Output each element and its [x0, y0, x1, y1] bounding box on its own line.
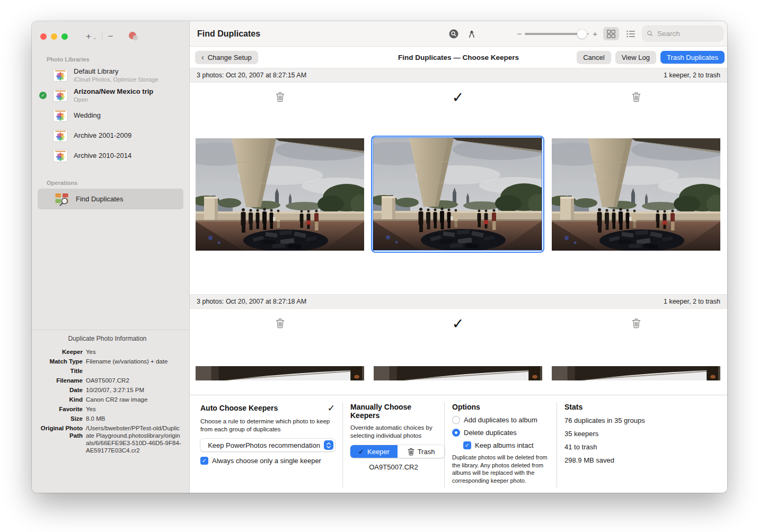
view-log-button[interactable]: View Log: [615, 51, 656, 64]
find-duplicates-operation-icon: [54, 192, 70, 206]
info-value: 8.0 MB: [86, 415, 183, 422]
minimize-window-button[interactable]: [51, 33, 57, 40]
stats-title: Stats: [564, 403, 583, 411]
photos-library-icon: [53, 129, 68, 142]
thumbnail-size-slider[interactable]: − +: [517, 30, 597, 38]
cancel-button[interactable]: Cancel: [577, 51, 611, 64]
info-label: Original Photo Path: [32, 424, 83, 454]
search-input[interactable]: [656, 29, 719, 38]
open-library-check-badge: ✓: [39, 92, 47, 99]
add-duplicates-to-album-radio[interactable]: [452, 416, 460, 424]
duplicate-photo[interactable]: [196, 366, 364, 380]
slider-track[interactable]: [525, 33, 589, 35]
duplicate-photo[interactable]: [552, 366, 720, 380]
stat-saved: 298.9 MB saved: [564, 456, 714, 464]
search-field[interactable]: [642, 26, 723, 41]
duplicate-photo[interactable]: [552, 138, 720, 251]
keeper-check-icon: ✓: [358, 448, 364, 456]
keep-albums-intact-label: Keep albums intact: [475, 441, 534, 449]
trash-mark-icon[interactable]: [276, 92, 285, 102]
info-value: /Users/bwebster/PPTest-old/Duplicate Pla…: [86, 424, 183, 454]
keeper-rule-dropdown[interactable]: Keep PowerPhotos recommendation: [200, 439, 335, 451]
group-header: 3 photos: Oct 20, 2007 at 8:27:18 AM 1 k…: [190, 294, 727, 309]
group-header-right: 1 keeper, 2 to trash: [664, 72, 720, 79]
group-header-left: 3 photos: Oct 20, 2007 at 8:27:15 AM: [197, 72, 306, 79]
duplicate-photo[interactable]: [196, 138, 364, 251]
slider-plus-icon[interactable]: +: [593, 30, 597, 38]
info-label: Size: [32, 415, 83, 422]
group-photos-row-partial: [190, 366, 727, 380]
merge-toolbar-icon[interactable]: [467, 29, 476, 39]
group-marks-row: ✓: [190, 89, 727, 105]
delete-duplicates-label: Delete duplicates: [464, 429, 517, 437]
sidebar-item-wedding[interactable]: Wedding: [53, 105, 189, 126]
manual-choose-title: Manually Choose Keepers: [350, 403, 437, 420]
keep-albums-intact-checkbox[interactable]: ✓: [463, 441, 471, 449]
group-marks-row: ✓: [190, 315, 727, 331]
selection-border: [371, 136, 544, 253]
powerphotos-window: + ⌄ − Photo Libraries Default Library iC…: [32, 21, 727, 493]
keeper-check-icon[interactable]: ✓: [452, 316, 464, 331]
zoom-window-button[interactable]: [61, 33, 68, 40]
trash-mark-icon[interactable]: [276, 318, 285, 329]
close-window-button[interactable]: [40, 33, 47, 40]
info-value: OA9T5007.CR2: [86, 377, 183, 384]
change-setup-button[interactable]: ‹ Change Setup: [195, 51, 258, 64]
add-library-button[interactable]: +: [86, 32, 91, 41]
options-note: Duplicate photos will be deleted from th…: [452, 454, 549, 484]
grid-view-button[interactable]: [603, 27, 619, 40]
trash-mark-icon[interactable]: [632, 92, 641, 102]
back-chevron-icon: ‹: [201, 53, 204, 61]
sidebar-item-find-duplicates[interactable]: Find Duplicates: [38, 189, 183, 209]
slider-knob[interactable]: [577, 29, 587, 39]
single-keeper-checkbox[interactable]: ✓: [200, 457, 208, 465]
library-name: Default Library: [74, 68, 158, 76]
change-setup-label: Change Setup: [208, 54, 252, 61]
page-title: Find Duplicates: [197, 29, 260, 39]
library-name: Archive 2001-2009: [74, 132, 131, 140]
toolbar-separator: [102, 32, 102, 41]
duplicate-photo-selected[interactable]: [374, 138, 542, 251]
duplicate-photo[interactable]: [374, 366, 542, 380]
library-name: Wedding: [74, 112, 101, 120]
merge-libraries-icon[interactable]: [128, 31, 139, 42]
photos-library-icon: [53, 69, 68, 82]
keeper-check-icon[interactable]: ✓: [452, 90, 464, 104]
info-panel-title: Duplicate Photo Information: [32, 335, 183, 342]
search-icon: [647, 30, 654, 38]
sidebar-item-archive-2010-2014[interactable]: Archive 2010-2014: [53, 146, 189, 166]
dropdown-stepper-icon[interactable]: [324, 440, 333, 450]
group-photos-row: [190, 138, 727, 251]
remove-library-button[interactable]: −: [108, 32, 113, 41]
info-value: Filename (w/variations) + date: [86, 358, 183, 365]
info-value: Canon CR2 raw image: [86, 396, 183, 403]
trash-mark-icon[interactable]: [632, 318, 641, 329]
action-bar: Find Duplicates — Choose Keepers ‹ Chang…: [190, 47, 727, 68]
duplicates-list: 3 photos: Oct 20, 2007 at 8:27:15 AM 1 k…: [190, 68, 727, 395]
add-duplicates-to-album-label: Add duplicates to album: [464, 416, 537, 424]
find-duplicates-toolbar-icon[interactable]: [448, 29, 459, 39]
auto-choose-title: Auto Choose Keepers: [200, 404, 278, 412]
group-header-left: 3 photos: Oct 20, 2007 at 8:27:18 AM: [197, 298, 306, 305]
delete-duplicates-radio[interactable]: [452, 429, 460, 437]
slider-minus-icon[interactable]: −: [517, 30, 522, 38]
bottom-panel: Auto Choose Keepers ✓ Choose a rule to d…: [190, 395, 727, 493]
keeper-segment-button[interactable]: ✓ Keeper: [350, 445, 398, 458]
sidebar-item-archive-2001-2009[interactable]: Archive 2001-2009: [53, 126, 189, 146]
sidebar-item-arizona-new-mexico-trip[interactable]: ✓ Arizona/New Mexico trip Open: [53, 85, 189, 105]
info-value: Yes: [86, 405, 183, 413]
photo-thumbnail: [373, 138, 542, 250]
info-label: Match Type: [32, 358, 83, 365]
info-label: Keeper: [32, 348, 83, 356]
sidebar-item-default-library[interactable]: Default Library iCloud Photos, Optimize …: [53, 65, 189, 85]
keeper-rule-value: Keep PowerPhotos recommendation: [208, 441, 320, 449]
stat-duplicates: 76 duplicates in 35 groups: [564, 416, 714, 424]
photo-libraries-section-label: Photo Libraries: [47, 56, 189, 63]
add-library-chevron-icon[interactable]: ⌄: [93, 35, 97, 40]
info-value: [86, 367, 183, 375]
list-view-button[interactable]: [623, 27, 639, 40]
options-title: Options: [452, 403, 480, 411]
trash-segment-label: Trash: [418, 448, 435, 456]
trash-segment-button[interactable]: Trash: [398, 445, 445, 458]
trash-duplicates-button[interactable]: Trash Duplicates: [660, 51, 725, 64]
